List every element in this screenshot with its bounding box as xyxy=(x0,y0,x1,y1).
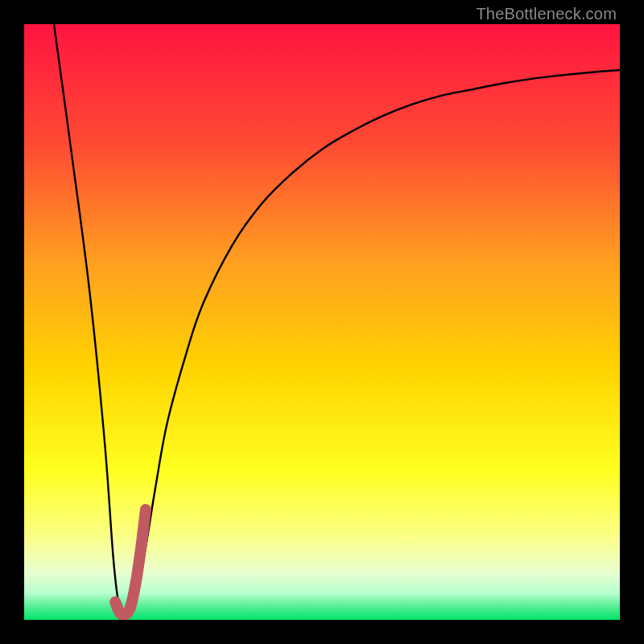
chart-background-gradient xyxy=(24,24,620,620)
attribution-text: TheBottleneck.com xyxy=(476,5,617,23)
chart-frame: TheBottleneck.com xyxy=(0,0,644,644)
chart-svg xyxy=(24,24,620,620)
chart-plot-area xyxy=(24,24,620,620)
